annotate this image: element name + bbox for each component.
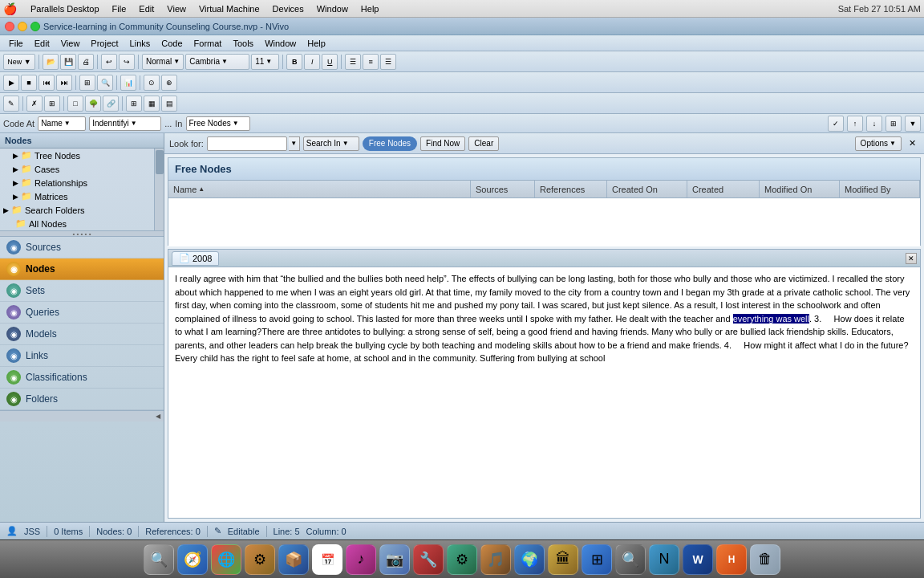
- dock-app1[interactable]: ⚙: [245, 544, 275, 575]
- search-btn-tb[interactable]: 🔍: [97, 75, 113, 91]
- nav-links[interactable]: ◉ Links: [0, 345, 164, 367]
- doc-content[interactable]: I really agree with him that “the bullie…: [168, 267, 920, 518]
- link-btn[interactable]: 🔗: [103, 96, 119, 112]
- dock-app6[interactable]: 🌍: [514, 544, 545, 575]
- code-case-btn[interactable]: ⊞: [44, 96, 60, 112]
- code-at-btn[interactable]: ✎: [3, 96, 19, 112]
- clear-button[interactable]: Clear: [468, 136, 499, 151]
- insert-btn[interactable]: ⊞: [79, 75, 95, 91]
- dock-safari[interactable]: 🧭: [177, 544, 208, 575]
- dock-finder[interactable]: 🔍: [144, 544, 174, 575]
- code-in-dropdown[interactable]: Free Nodes ▼: [186, 116, 250, 131]
- tree-item-tree-nodes[interactable]: ▶ 📁 Tree Nodes: [0, 149, 154, 162]
- dock-app2[interactable]: 📦: [278, 544, 309, 575]
- grid3-btn[interactable]: ▤: [161, 96, 177, 112]
- font-dropdown[interactable]: Cambria ▼: [185, 54, 249, 70]
- tree-item-relationships[interactable]: ▶ 📁 Relationships: [0, 176, 154, 189]
- chart-btn[interactable]: 📊: [120, 75, 136, 91]
- tree-item-search-folders[interactable]: ▶ 📁 Search Folders: [0, 203, 154, 217]
- doc-close-button[interactable]: ✕: [906, 253, 917, 264]
- tree-item-matrices[interactable]: ▶ 📁 Matrices: [0, 189, 154, 203]
- menu-file[interactable]: File: [3, 38, 29, 49]
- col-header-modified-on[interactable]: Modified On: [760, 181, 840, 197]
- save-btn[interactable]: 💾: [60, 54, 76, 70]
- apple-menu[interactable]: 🍎: [3, 2, 17, 15]
- col-header-modified-by[interactable]: Modified By: [840, 181, 920, 197]
- col-header-references[interactable]: References: [535, 181, 607, 197]
- search-close-button[interactable]: ✕: [905, 136, 919, 151]
- close-btn[interactable]: [5, 22, 14, 31]
- dock-app4[interactable]: ⚙: [447, 544, 477, 575]
- tree-item-all-nodes[interactable]: 📁 All Nodes: [0, 217, 154, 230]
- sidebar-expand-arrow[interactable]: ◀: [0, 410, 164, 421]
- open-btn[interactable]: 📂: [43, 54, 59, 70]
- doc-tab-2008[interactable]: 📄 2008: [172, 251, 219, 266]
- code-btn[interactable]: ⊕: [161, 75, 177, 91]
- node-tree-btn[interactable]: 🌳: [85, 96, 101, 112]
- nav-queries[interactable]: ◉ Queries: [0, 302, 164, 324]
- uncode-btn[interactable]: ✗: [26, 96, 43, 112]
- system-menu-file[interactable]: File: [107, 3, 132, 14]
- search-in-dropdown[interactable]: Search In ▼: [303, 136, 359, 151]
- italic-btn[interactable]: I: [304, 54, 320, 70]
- menu-view[interactable]: View: [55, 38, 86, 49]
- nav-sources[interactable]: ◉ Sources: [0, 237, 164, 258]
- dock-app5[interactable]: 🎵: [480, 544, 511, 575]
- dock-itunes[interactable]: ♪: [346, 544, 376, 575]
- dock-nvivo[interactable]: N: [649, 544, 679, 575]
- align-right-btn[interactable]: ☰: [380, 54, 396, 70]
- code-action-btn4[interactable]: ⊞: [886, 116, 902, 132]
- dock-word[interactable]: W: [683, 544, 713, 575]
- grid2-btn[interactable]: ▦: [144, 96, 160, 112]
- system-menu-parallels[interactable]: Parallels Desktop: [25, 3, 105, 14]
- case-btn[interactable]: □: [67, 96, 83, 112]
- col-header-created-by[interactable]: Created: [687, 181, 760, 197]
- grid-btn[interactable]: ⊞: [126, 96, 142, 112]
- dock-windows[interactable]: ⊞: [582, 544, 612, 575]
- menu-window[interactable]: Window: [259, 38, 302, 49]
- align-center-btn[interactable]: ≡: [363, 54, 379, 70]
- underline-btn[interactable]: U: [322, 54, 338, 70]
- menu-help[interactable]: Help: [302, 38, 331, 49]
- new-button[interactable]: New ▼: [3, 54, 35, 70]
- code-action-btn5[interactable]: ▼: [905, 116, 921, 132]
- menu-edit[interactable]: Edit: [29, 38, 55, 49]
- code-indent-dropdown[interactable]: Indenntifyi ▼: [89, 116, 161, 131]
- options-button[interactable]: Options ▼: [855, 136, 902, 151]
- find-now-button[interactable]: Find Now: [420, 136, 465, 151]
- system-menu-window[interactable]: Window: [311, 3, 354, 14]
- dock-html[interactable]: H: [716, 544, 747, 575]
- node-btn[interactable]: ⊙: [144, 75, 160, 91]
- nav-nodes[interactable]: ◉ Nodes: [0, 258, 164, 280]
- bold-btn[interactable]: B: [286, 54, 302, 70]
- menu-links[interactable]: Links: [124, 38, 156, 49]
- col-header-created-on[interactable]: Created On: [607, 181, 687, 197]
- menu-format[interactable]: Format: [188, 38, 228, 49]
- prev-btn[interactable]: ⏮: [38, 75, 55, 91]
- print-btn[interactable]: 🖨: [78, 54, 94, 70]
- col-header-sources[interactable]: Sources: [471, 181, 535, 197]
- col-header-name[interactable]: Name ▲: [168, 181, 471, 197]
- dock-app7[interactable]: 🏛: [548, 544, 578, 575]
- nav-sets[interactable]: ◉ Sets: [0, 280, 164, 302]
- style-dropdown[interactable]: Normal ▼: [142, 54, 184, 70]
- next-btn[interactable]: ⏭: [56, 75, 72, 91]
- play-btn[interactable]: ▶: [3, 75, 19, 91]
- menu-tools[interactable]: Tools: [227, 38, 259, 49]
- system-menu-help[interactable]: Help: [355, 3, 385, 14]
- nav-classifications[interactable]: ◉ Classifications: [0, 367, 164, 389]
- system-menu-devices[interactable]: Devices: [267, 3, 310, 14]
- code-action-btn3[interactable]: ↓: [866, 116, 882, 132]
- dock-trash[interactable]: 🗑: [750, 544, 780, 575]
- undo-btn[interactable]: ↩: [101, 54, 117, 70]
- nav-models[interactable]: ◉ Models: [0, 324, 164, 345]
- dock-calendar[interactable]: 📅: [312, 544, 342, 575]
- tree-scrollbar[interactable]: [154, 149, 164, 230]
- redo-btn[interactable]: ↪: [119, 54, 135, 70]
- size-dropdown[interactable]: 11 ▼: [251, 54, 279, 70]
- code-action-btn1[interactable]: ✓: [828, 116, 844, 132]
- system-menu-vm[interactable]: Virtual Machine: [193, 3, 265, 14]
- search-input-dropdown-btn[interactable]: ▼: [289, 136, 300, 151]
- minimize-btn[interactable]: [18, 22, 27, 31]
- maximize-btn[interactable]: [30, 22, 40, 31]
